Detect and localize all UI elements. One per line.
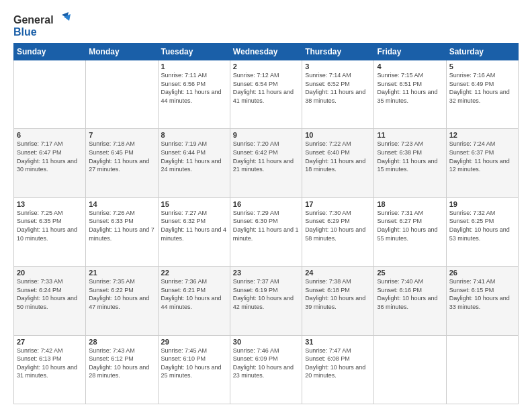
day-number: 11 [377, 131, 443, 139]
calendar-cell: 26Sunrise: 7:41 AMSunset: 6:15 PMDayligh… [446, 267, 518, 335]
calendar-cell: 18Sunrise: 7:31 AMSunset: 6:27 PMDayligh… [374, 197, 446, 266]
day-number: 1 [161, 62, 227, 71]
day-detail: Sunrise: 7:27 AMSunset: 6:32 PMDaylight:… [161, 209, 227, 242]
calendar-cell: 9Sunrise: 7:20 AMSunset: 6:42 PMDaylight… [230, 129, 302, 197]
day-number: 23 [233, 269, 299, 277]
weekday-header: Friday [374, 44, 446, 60]
day-detail: Sunrise: 7:40 AMSunset: 6:16 PMDaylight:… [377, 277, 443, 311]
calendar-cell: 14Sunrise: 7:26 AMSunset: 6:33 PMDayligh… [86, 197, 158, 266]
calendar-week-row: 27Sunrise: 7:42 AMSunset: 6:13 PMDayligh… [14, 335, 519, 404]
calendar-cell: 10Sunrise: 7:22 AMSunset: 6:40 PMDayligh… [302, 129, 374, 197]
calendar-cell: 11Sunrise: 7:23 AMSunset: 6:38 PMDayligh… [374, 129, 446, 197]
day-number: 17 [305, 200, 371, 208]
calendar-cell: 1Sunrise: 7:11 AMSunset: 6:56 PMDaylight… [158, 60, 230, 129]
calendar-cell: 19Sunrise: 7:32 AMSunset: 6:25 PMDayligh… [446, 197, 518, 266]
day-detail: Sunrise: 7:45 AMSunset: 6:10 PMDaylight:… [161, 347, 227, 380]
weekday-header: Sunday [14, 44, 86, 60]
calendar-cell: 7Sunrise: 7:18 AMSunset: 6:45 PMDaylight… [86, 129, 158, 197]
calendar-cell: 29Sunrise: 7:45 AMSunset: 6:10 PMDayligh… [158, 335, 230, 404]
day-detail: Sunrise: 7:37 AMSunset: 6:19 PMDaylight:… [233, 277, 299, 311]
day-number: 20 [17, 269, 83, 277]
day-detail: Sunrise: 7:25 AMSunset: 6:35 PMDaylight:… [17, 209, 83, 242]
day-number: 2 [233, 62, 299, 71]
header: GeneralBlue [13, 12, 519, 38]
calendar-cell [14, 60, 86, 129]
day-detail: Sunrise: 7:33 AMSunset: 6:24 PMDaylight:… [17, 277, 83, 311]
calendar-header-row: SundayMondayTuesdayWednesdayThursdayFrid… [14, 44, 519, 60]
day-detail: Sunrise: 7:30 AMSunset: 6:29 PMDaylight:… [305, 209, 371, 242]
day-number: 8 [161, 131, 227, 139]
day-detail: Sunrise: 7:23 AMSunset: 6:38 PMDaylight:… [377, 140, 443, 173]
day-detail: Sunrise: 7:31 AMSunset: 6:27 PMDaylight:… [377, 209, 443, 242]
day-detail: Sunrise: 7:11 AMSunset: 6:56 PMDaylight:… [161, 71, 227, 105]
day-detail: Sunrise: 7:36 AMSunset: 6:21 PMDaylight:… [161, 277, 227, 311]
day-number: 19 [449, 200, 515, 208]
calendar-week-row: 1Sunrise: 7:11 AMSunset: 6:56 PMDaylight… [14, 60, 519, 129]
calendar-cell: 2Sunrise: 7:12 AMSunset: 6:54 PMDaylight… [230, 60, 302, 129]
svg-text:General: General [13, 14, 54, 26]
calendar-cell: 25Sunrise: 7:40 AMSunset: 6:16 PMDayligh… [374, 267, 446, 335]
calendar-cell: 20Sunrise: 7:33 AMSunset: 6:24 PMDayligh… [14, 267, 86, 335]
day-number: 26 [449, 269, 515, 277]
day-number: 21 [89, 269, 154, 277]
calendar-cell: 30Sunrise: 7:46 AMSunset: 6:09 PMDayligh… [230, 335, 302, 404]
calendar-cell: 15Sunrise: 7:27 AMSunset: 6:32 PMDayligh… [158, 197, 230, 266]
calendar-cell: 5Sunrise: 7:16 AMSunset: 6:49 PMDaylight… [446, 60, 518, 129]
day-detail: Sunrise: 7:15 AMSunset: 6:51 PMDaylight:… [377, 71, 443, 105]
day-detail: Sunrise: 7:22 AMSunset: 6:40 PMDaylight:… [305, 140, 371, 173]
day-detail: Sunrise: 7:29 AMSunset: 6:30 PMDaylight:… [233, 209, 299, 242]
svg-text:Blue: Blue [13, 26, 37, 38]
calendar-cell: 22Sunrise: 7:36 AMSunset: 6:21 PMDayligh… [158, 267, 230, 335]
day-number: 18 [377, 200, 443, 208]
calendar-cell: 31Sunrise: 7:47 AMSunset: 6:08 PMDayligh… [302, 335, 374, 404]
day-number: 16 [233, 200, 299, 208]
day-number: 3 [305, 62, 371, 71]
day-number: 7 [89, 131, 154, 139]
day-number: 12 [449, 131, 515, 139]
day-detail: Sunrise: 7:35 AMSunset: 6:22 PMDaylight:… [89, 277, 154, 311]
day-detail: Sunrise: 7:46 AMSunset: 6:09 PMDaylight:… [233, 347, 299, 380]
calendar-cell: 4Sunrise: 7:15 AMSunset: 6:51 PMDaylight… [374, 60, 446, 129]
calendar-cell: 21Sunrise: 7:35 AMSunset: 6:22 PMDayligh… [86, 267, 158, 335]
day-detail: Sunrise: 7:42 AMSunset: 6:13 PMDaylight:… [17, 347, 83, 380]
day-number: 27 [17, 338, 83, 346]
day-number: 28 [89, 338, 154, 346]
day-detail: Sunrise: 7:18 AMSunset: 6:45 PMDaylight:… [89, 140, 154, 173]
day-detail: Sunrise: 7:32 AMSunset: 6:25 PMDaylight:… [449, 209, 515, 242]
weekday-header: Thursday [302, 44, 374, 60]
calendar-cell: 3Sunrise: 7:14 AMSunset: 6:52 PMDaylight… [302, 60, 374, 129]
day-number: 31 [305, 338, 371, 346]
calendar-cell: 24Sunrise: 7:38 AMSunset: 6:18 PMDayligh… [302, 267, 374, 335]
calendar-cell: 12Sunrise: 7:24 AMSunset: 6:37 PMDayligh… [446, 129, 518, 197]
page: GeneralBlue SundayMondayTuesdayWednesday… [0, 0, 532, 411]
calendar-table: SundayMondayTuesdayWednesdayThursdayFrid… [13, 43, 519, 404]
day-detail: Sunrise: 7:41 AMSunset: 6:15 PMDaylight:… [449, 277, 515, 311]
day-detail: Sunrise: 7:14 AMSunset: 6:52 PMDaylight:… [305, 71, 371, 105]
day-detail: Sunrise: 7:16 AMSunset: 6:49 PMDaylight:… [449, 71, 515, 105]
day-detail: Sunrise: 7:43 AMSunset: 6:12 PMDaylight:… [89, 347, 154, 380]
day-number: 6 [17, 131, 83, 139]
day-number: 25 [377, 269, 443, 277]
weekday-header: Tuesday [158, 44, 230, 60]
day-number: 10 [305, 131, 371, 139]
logo-icon: GeneralBlue [13, 12, 74, 38]
day-detail: Sunrise: 7:24 AMSunset: 6:37 PMDaylight:… [449, 140, 515, 173]
day-number: 4 [377, 62, 443, 71]
calendar-cell: 6Sunrise: 7:17 AMSunset: 6:47 PMDaylight… [14, 129, 86, 197]
weekday-header: Monday [86, 44, 158, 60]
day-number: 29 [161, 338, 227, 346]
calendar-cell: 13Sunrise: 7:25 AMSunset: 6:35 PMDayligh… [14, 197, 86, 266]
calendar-week-row: 13Sunrise: 7:25 AMSunset: 6:35 PMDayligh… [14, 197, 519, 266]
day-number: 22 [161, 269, 227, 277]
day-detail: Sunrise: 7:19 AMSunset: 6:44 PMDaylight:… [161, 140, 227, 173]
calendar-week-row: 6Sunrise: 7:17 AMSunset: 6:47 PMDaylight… [14, 129, 519, 197]
day-detail: Sunrise: 7:17 AMSunset: 6:47 PMDaylight:… [17, 140, 83, 173]
calendar-cell: 16Sunrise: 7:29 AMSunset: 6:30 PMDayligh… [230, 197, 302, 266]
day-number: 13 [17, 200, 83, 208]
logo: GeneralBlue [13, 12, 74, 38]
day-number: 9 [233, 131, 299, 139]
calendar-week-row: 20Sunrise: 7:33 AMSunset: 6:24 PMDayligh… [14, 267, 519, 335]
calendar-cell: 28Sunrise: 7:43 AMSunset: 6:12 PMDayligh… [86, 335, 158, 404]
calendar-cell: 8Sunrise: 7:19 AMSunset: 6:44 PMDaylight… [158, 129, 230, 197]
day-number: 14 [89, 200, 154, 208]
